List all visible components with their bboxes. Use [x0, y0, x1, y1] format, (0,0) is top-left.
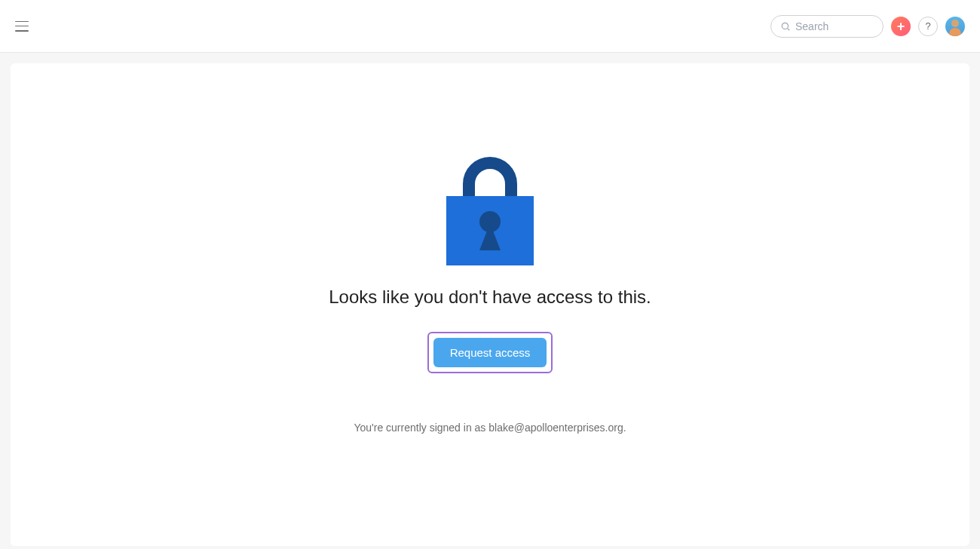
search-input[interactable]	[795, 20, 874, 32]
topbar-right: + ?	[770, 15, 965, 38]
svg-line-1	[788, 28, 790, 30]
content-area: Looks like you don't have access to this…	[0, 53, 980, 549]
request-button-highlight: Request access	[427, 332, 553, 373]
request-access-button[interactable]: Request access	[433, 338, 547, 367]
search-icon	[780, 21, 791, 32]
add-button[interactable]: +	[891, 17, 911, 36]
help-icon: ?	[925, 20, 930, 32]
svg-point-0	[782, 23, 788, 29]
search-box[interactable]	[770, 15, 884, 38]
help-button[interactable]: ?	[918, 17, 938, 36]
topbar: + ?	[0, 0, 980, 53]
menu-icon[interactable]	[15, 21, 29, 32]
lock-icon	[446, 152, 534, 268]
no-access-heading: Looks like you don't have access to this…	[329, 287, 651, 308]
signed-in-text: You're currently signed in as blake@apol…	[354, 422, 626, 434]
no-access-card: Looks like you don't have access to this…	[11, 63, 969, 546]
plus-icon: +	[897, 20, 905, 33]
avatar[interactable]	[945, 17, 965, 36]
